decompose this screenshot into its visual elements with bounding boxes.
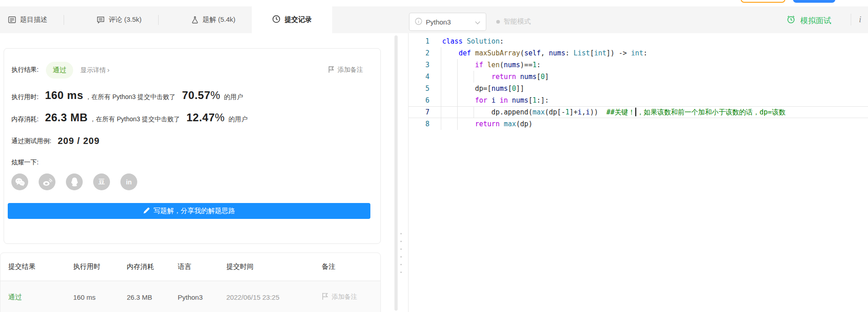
code-token: i	[586, 108, 590, 116]
code-token	[483, 61, 487, 69]
indent-guide	[441, 59, 441, 71]
flask-icon	[191, 16, 199, 24]
alarm-clock-icon	[786, 15, 796, 26]
language-select[interactable]: Python3	[409, 13, 486, 31]
indent-guide	[457, 83, 458, 94]
weibo-share-icon[interactable]	[39, 173, 55, 190]
qq-share-icon[interactable]	[66, 173, 83, 190]
testcases-label: 通过测试用例:	[11, 137, 51, 145]
code-line[interactable]: 1class Solution:	[409, 35, 868, 47]
table-header-cell: 执行用时	[73, 262, 127, 271]
code-token: int	[631, 49, 643, 57]
signup-button-cutoff[interactable]	[793, 0, 835, 3]
flag-icon	[328, 66, 334, 74]
table-header-cell: 内存消耗	[127, 262, 178, 271]
code-token: [	[508, 84, 512, 93]
code-token: int	[594, 49, 606, 57]
code-token: nums	[504, 61, 520, 69]
submit-time-cell: 2022/06/15 23:25	[226, 293, 322, 301]
tab-problem-description[interactable]: 题目描述	[8, 15, 47, 24]
document-icon	[8, 16, 16, 24]
submissions-table: 提交结果执行用时内存消耗语言提交时间备注通过160 ms26.3 MBPytho…	[0, 253, 381, 312]
tab-divider	[64, 15, 64, 25]
flag-icon	[322, 292, 329, 302]
code-token	[442, 61, 475, 69]
indent-guide	[441, 118, 441, 130]
code-token: ,	[582, 108, 586, 116]
code-line[interactable]: 7 dp.append(max(dp[-1]+i,i)) ##关键！，如果该数和…	[409, 106, 868, 118]
line-number: 6	[409, 95, 429, 106]
memory-value: 26.3 MB	[45, 111, 88, 124]
code-token: (	[520, 49, 524, 57]
tab-comments[interactable]: 评论 (3.5k)	[97, 15, 142, 24]
result-label: 执行结果:	[11, 66, 39, 74]
showoff-label: 炫耀一下:	[11, 158, 39, 167]
info-italic-icon[interactable]: i	[859, 15, 861, 25]
code-token: return	[475, 120, 499, 128]
code-line[interactable]: 2 def maxSubArray(self, nums: List[int])…	[409, 47, 868, 59]
tab-divider	[158, 15, 159, 25]
smart-mode-dot-icon	[496, 20, 500, 24]
code-token: )==	[520, 61, 533, 69]
memory-row: 内存消耗: 26.3 MB ，在所有 Python3 提交中击败了 12.47%…	[11, 111, 373, 124]
code-line-content: return max(dp)	[442, 119, 868, 129]
comment-icon	[97, 16, 105, 24]
status-badge: 通过	[46, 62, 73, 79]
write-solution-button[interactable]: 写题解，分享我的解题思路	[8, 203, 370, 219]
code-token: in	[499, 96, 508, 104]
wechat-share-icon[interactable]	[11, 173, 28, 190]
memory-label: 内存消耗:	[11, 115, 39, 124]
chevron-down-icon	[475, 18, 480, 26]
tab-solutions[interactable]: 题解 (5.4k)	[191, 15, 236, 24]
code-line-content: def maxSubArray(self, nums: List[int]) -…	[442, 48, 868, 59]
indent-guide	[441, 106, 441, 118]
runtime-beats-text: ，在所有 Python3 提交中击败了	[85, 93, 175, 101]
testcases-value: 209 / 209	[58, 136, 100, 146]
code-token: 0	[541, 73, 545, 81]
code-line[interactable]: 6 for i in nums[1:]:	[409, 94, 868, 106]
show-details-link[interactable]: 显示详情›	[80, 66, 110, 74]
memory-beats-text: ，在所有 Python3 提交中击败了	[90, 115, 180, 124]
mock-interview-button[interactable]: 模拟面试	[786, 15, 831, 26]
add-note-button[interactable]: 添加备注	[328, 66, 363, 74]
code-token	[463, 37, 467, 45]
code-token: [	[537, 73, 541, 81]
code-token: class	[442, 37, 463, 45]
code-line[interactable]: 4 return nums[0]	[409, 71, 868, 83]
code-token: ]]	[516, 84, 524, 93]
douban-share-icon[interactable]: 豆	[93, 173, 110, 190]
code-editor[interactable]: 1class Solution:2 def maxSubArray(self, …	[408, 33, 868, 312]
table-header-cell: 备注	[322, 262, 380, 271]
premium-button-cutoff[interactable]	[741, 0, 785, 3]
table-row[interactable]: 通过160 ms26.3 MBPython32022/06/15 23:25添加…	[0, 281, 380, 312]
row-add-note-button[interactable]: 添加备注	[322, 292, 380, 302]
table-header-row: 提交结果执行用时内存消耗语言提交时间备注	[0, 253, 380, 281]
code-token: def	[459, 49, 471, 57]
tab-submissions-active[interactable]: 提交记录	[252, 6, 332, 33]
code-token: :	[565, 49, 574, 57]
smart-mode-toggle[interactable]: 智能模式	[496, 17, 531, 26]
code-token: ,	[541, 49, 549, 57]
line-number: 1	[409, 36, 429, 47]
douban-glyph: 豆	[99, 178, 105, 186]
code-token	[442, 49, 459, 57]
mock-interview-label: 模拟面试	[800, 15, 831, 26]
left-panel-scrollbar[interactable]	[394, 35, 398, 311]
code-token: dp.append(	[442, 108, 533, 116]
memory-percent: 12.47%	[186, 111, 224, 124]
code-token: :]:	[537, 96, 549, 104]
info-circle-icon	[415, 18, 422, 26]
code-token: nums	[512, 96, 529, 104]
code-line[interactable]: 3 if len(nums)==1:	[409, 59, 868, 71]
panel-resize-handle[interactable]	[400, 233, 403, 273]
testcases-row: 通过测试用例: 209 / 209	[11, 136, 373, 146]
code-token: :	[644, 49, 648, 57]
chevron-right-icon: ›	[107, 66, 110, 74]
code-line[interactable]: 5 dp=[nums[0]]	[409, 83, 868, 94]
code-token: ]+	[569, 108, 578, 116]
code-token	[508, 96, 512, 104]
code-line[interactable]: 8 return max(dp)	[409, 118, 868, 130]
status-cell[interactable]: 通过	[8, 293, 73, 302]
code-line-content: dp=[nums[0]]	[442, 83, 868, 94]
linkedin-share-icon[interactable]: in	[120, 173, 137, 190]
